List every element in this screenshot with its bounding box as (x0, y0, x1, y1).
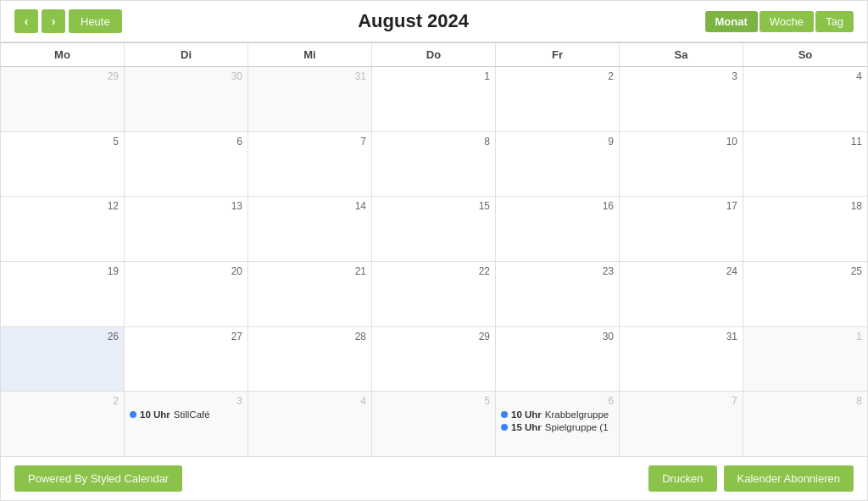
day-cell[interactable]: 7 (620, 392, 743, 456)
day-number: 19 (6, 265, 119, 277)
day-cell[interactable]: 28 (248, 327, 372, 392)
day-cell[interactable]: 6 (125, 132, 248, 197)
powered-by-button[interactable]: Powered By Styled Calendar (14, 465, 182, 492)
day-cell[interactable]: 24 (620, 262, 743, 326)
event-time: 10 Uhr (511, 409, 542, 420)
event-time: 15 Uhr (511, 422, 542, 432)
day-cell[interactable]: 15 (372, 197, 496, 261)
day-number: 1 (377, 70, 490, 82)
day-cell[interactable]: 1 (372, 67, 496, 131)
day-cell[interactable]: 29 (372, 327, 496, 392)
day-cell[interactable]: 2 (496, 67, 620, 131)
day-number: 17 (625, 200, 737, 212)
day-number: 15 (377, 200, 490, 212)
footer-right: Drucken Kalender Abonnieren (648, 465, 854, 492)
day-cell[interactable]: 16 (496, 197, 620, 261)
day-number: 27 (130, 331, 242, 342)
prev-button[interactable]: ‹ (14, 9, 38, 33)
view-tag-button[interactable]: Tag (815, 11, 854, 32)
day-cell[interactable]: 30 (125, 67, 248, 131)
day-number: 20 (130, 265, 242, 277)
day-header-di: Di (125, 43, 248, 66)
day-cell[interactable]: 21 (248, 262, 372, 326)
day-cell[interactable]: 7 (248, 132, 372, 197)
day-number: 30 (130, 70, 242, 82)
day-cell[interactable]: 12 (1, 197, 125, 261)
day-cell[interactable]: 310 Uhr StillCafé (125, 392, 248, 456)
view-group: Monat Woche Tag (705, 11, 854, 32)
day-cell[interactable]: 31 (620, 327, 743, 392)
calendar-weeks: 2930311234567891011121314151617181920212… (1, 67, 867, 456)
day-cell[interactable]: 10 (620, 132, 743, 197)
week-row: 567891011 (1, 132, 867, 198)
day-cell[interactable]: 11 (743, 132, 867, 197)
day-cell[interactable]: 3 (620, 67, 743, 131)
day-number: 10 (625, 136, 737, 148)
calendar-grid: Mo Di Mi Do Fr Sa So 2930311234567891011… (1, 42, 867, 456)
day-number: 31 (625, 331, 737, 342)
day-number: 22 (377, 265, 490, 277)
day-cell[interactable]: 13 (125, 197, 248, 261)
day-header-sa: Sa (620, 43, 743, 66)
day-cell[interactable]: 20 (125, 262, 248, 326)
day-cell[interactable]: 29 (1, 67, 125, 131)
day-header-do: Do (372, 43, 496, 66)
day-cell[interactable]: 8 (372, 132, 496, 197)
event-dot-icon (130, 411, 136, 418)
day-cell[interactable]: 30 (496, 327, 620, 392)
day-cell[interactable]: 17 (620, 197, 743, 261)
day-cell[interactable]: 18 (743, 197, 867, 261)
day-number: 23 (501, 265, 614, 277)
day-number: 4 (748, 70, 862, 82)
nav-group: ‹ › Heute (14, 9, 122, 33)
day-number: 6 (130, 136, 242, 148)
day-number: 7 (253, 136, 366, 148)
event-item[interactable]: 10 Uhr StillCafé (130, 409, 242, 420)
day-cell[interactable]: 1 (743, 327, 867, 392)
day-cell[interactable]: 26 (1, 327, 125, 392)
view-woche-button[interactable]: Woche (760, 11, 814, 32)
day-cell[interactable]: 23 (496, 262, 620, 326)
day-cell[interactable]: 19 (1, 262, 125, 326)
week-row: 12131415161718 (1, 197, 867, 262)
day-cell[interactable]: 4 (743, 67, 867, 131)
day-header-fr: Fr (496, 43, 620, 66)
day-number: 4 (253, 395, 366, 407)
day-number: 12 (6, 200, 119, 212)
week-row: 2930311234 (1, 67, 867, 132)
event-name: StillCafé (174, 409, 210, 420)
day-number: 3 (625, 70, 737, 82)
day-number: 2 (501, 70, 614, 82)
day-cell[interactable]: 5 (372, 392, 496, 456)
day-number: 11 (748, 136, 862, 148)
abonnieren-button[interactable]: Kalender Abonnieren (724, 465, 854, 492)
day-number: 30 (501, 331, 614, 342)
day-number: 8 (377, 136, 490, 148)
heute-button[interactable]: Heute (69, 9, 122, 33)
day-cell[interactable]: 4 (248, 392, 372, 456)
day-cell[interactable]: 9 (496, 132, 620, 197)
week-row: 19202122232425 (1, 262, 867, 327)
day-number: 25 (748, 265, 862, 277)
day-cell[interactable]: 2 (1, 392, 125, 456)
day-cell[interactable]: 610 Uhr Krabbelgruppe15 Uhr Spielgruppe … (496, 392, 620, 456)
day-cell[interactable]: 31 (248, 67, 372, 131)
day-cell[interactable]: 25 (743, 262, 867, 326)
drucken-button[interactable]: Drucken (648, 465, 716, 492)
day-number: 29 (6, 70, 119, 82)
day-cell[interactable]: 27 (125, 327, 248, 392)
day-cell[interactable]: 5 (1, 132, 125, 197)
day-headers: Mo Di Mi Do Fr Sa So (1, 43, 867, 67)
calendar-title: August 2024 (358, 10, 469, 32)
event-item[interactable]: 15 Uhr Spielgruppe (1 (501, 422, 614, 432)
event-dot-icon (501, 411, 508, 418)
day-cell[interactable]: 14 (248, 197, 372, 261)
event-item[interactable]: 10 Uhr Krabbelgruppe (501, 409, 614, 420)
day-cell[interactable]: 22 (372, 262, 496, 326)
view-monat-button[interactable]: Monat (705, 11, 758, 32)
day-number: 16 (501, 200, 614, 212)
day-cell[interactable]: 8 (743, 392, 867, 456)
next-button[interactable]: › (42, 9, 65, 33)
event-name: Krabbelgruppe (545, 409, 609, 420)
event-time: 10 Uhr (140, 409, 170, 420)
